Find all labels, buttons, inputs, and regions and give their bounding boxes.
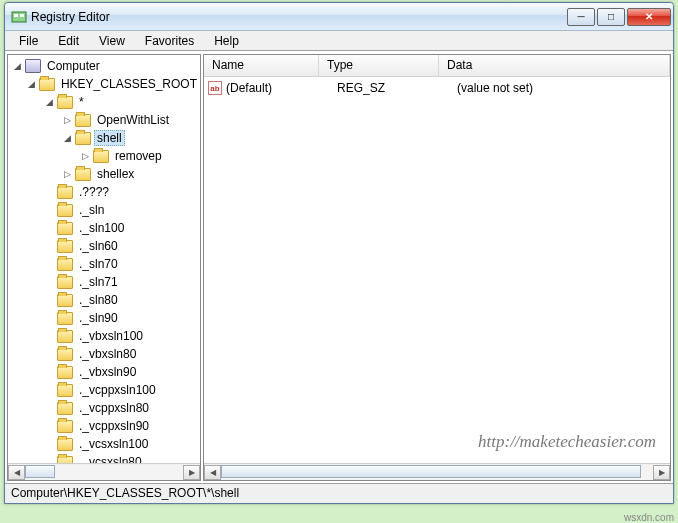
values-horizontal-scrollbar[interactable]: ◀ ▶ bbox=[204, 463, 670, 480]
scroll-right-button[interactable]: ▶ bbox=[183, 465, 200, 480]
status-bar: Computer\HKEY_CLASSES_ROOT\*\shell bbox=[5, 483, 673, 503]
scroll-thumb[interactable] bbox=[221, 465, 641, 478]
tree-node[interactable]: ▷removep bbox=[10, 147, 200, 165]
folder-icon bbox=[75, 132, 91, 145]
folder-icon bbox=[57, 420, 73, 433]
tree-node-hkey[interactable]: ◢HKEY_CLASSES_ROOT bbox=[10, 75, 200, 93]
folder-icon bbox=[93, 150, 109, 163]
value-row[interactable]: ab (Default) REG_SZ (value not set) bbox=[204, 79, 670, 97]
folder-icon bbox=[57, 348, 73, 361]
values-list[interactable]: ab (Default) REG_SZ (value not set) bbox=[204, 77, 670, 463]
scroll-track[interactable] bbox=[221, 465, 653, 480]
folder-icon bbox=[75, 168, 91, 181]
expand-icon[interactable]: ▷ bbox=[80, 151, 91, 162]
tree-node[interactable]: ▷._vcsxsln80 bbox=[10, 453, 200, 463]
tree-node[interactable]: ▷._sln71 bbox=[10, 273, 200, 291]
tree-node-computer[interactable]: ◢Computer bbox=[10, 57, 200, 75]
app-icon bbox=[11, 9, 27, 25]
tree-node[interactable]: ▷._sln90 bbox=[10, 309, 200, 327]
svg-rect-1 bbox=[14, 14, 18, 17]
tree-node[interactable]: ▷shellex bbox=[10, 165, 200, 183]
tree-node[interactable]: ▷._sln60 bbox=[10, 237, 200, 255]
tree-node[interactable]: ▷._vcppxsln100 bbox=[10, 381, 200, 399]
folder-icon bbox=[57, 438, 73, 451]
registry-tree[interactable]: ◢Computer ◢HKEY_CLASSES_ROOT ◢* ▷OpenWit… bbox=[8, 55, 200, 463]
collapse-icon[interactable]: ◢ bbox=[62, 133, 73, 144]
scroll-right-button[interactable]: ▶ bbox=[653, 465, 670, 480]
collapse-icon[interactable]: ◢ bbox=[12, 61, 23, 72]
folder-icon bbox=[57, 222, 73, 235]
folder-icon bbox=[57, 312, 73, 325]
menu-edit[interactable]: Edit bbox=[48, 32, 89, 50]
scroll-thumb[interactable] bbox=[25, 465, 55, 478]
column-headers: Name Type Data bbox=[204, 55, 670, 77]
window-title: Registry Editor bbox=[31, 10, 567, 24]
tree-node[interactable]: ▷._vbxsln100 bbox=[10, 327, 200, 345]
registry-editor-window: Registry Editor ─ □ ✕ File Edit View Fav… bbox=[4, 2, 674, 504]
menu-favorites[interactable]: Favorites bbox=[135, 32, 204, 50]
tree-pane: ◢Computer ◢HKEY_CLASSES_ROOT ◢* ▷OpenWit… bbox=[7, 54, 201, 481]
folder-icon bbox=[57, 276, 73, 289]
minimize-button[interactable]: ─ bbox=[567, 8, 595, 26]
tree-node[interactable]: ▷._vbxsln90 bbox=[10, 363, 200, 381]
tree-node-shell[interactable]: ◢shell bbox=[10, 129, 200, 147]
folder-icon bbox=[57, 258, 73, 271]
menu-file[interactable]: File bbox=[9, 32, 48, 50]
folder-icon bbox=[57, 96, 73, 109]
scroll-left-button[interactable]: ◀ bbox=[8, 465, 25, 480]
scroll-left-button[interactable]: ◀ bbox=[204, 465, 221, 480]
tree-node[interactable]: ▷._vbxsln80 bbox=[10, 345, 200, 363]
folder-icon bbox=[39, 78, 55, 91]
folder-icon bbox=[57, 240, 73, 253]
expand-icon[interactable]: ▷ bbox=[62, 115, 73, 126]
tree-node[interactable]: ▷._vcppxsln90 bbox=[10, 417, 200, 435]
tree-node[interactable]: ▷._sln80 bbox=[10, 291, 200, 309]
folder-icon bbox=[75, 114, 91, 127]
tree-horizontal-scrollbar[interactable]: ◀ ▶ bbox=[8, 463, 200, 480]
computer-icon bbox=[25, 59, 41, 73]
menubar: File Edit View Favorites Help bbox=[5, 31, 673, 51]
tree-node[interactable]: ▷OpenWithList bbox=[10, 111, 200, 129]
folder-icon bbox=[57, 330, 73, 343]
maximize-button[interactable]: □ bbox=[597, 8, 625, 26]
string-value-icon: ab bbox=[208, 81, 222, 95]
folder-icon bbox=[57, 186, 73, 199]
tree-node[interactable]: ▷._sln70 bbox=[10, 255, 200, 273]
folder-icon bbox=[57, 366, 73, 379]
credit-text: wsxdn.com bbox=[624, 512, 674, 523]
folder-icon bbox=[57, 456, 73, 464]
collapse-icon[interactable]: ◢ bbox=[26, 79, 37, 90]
folder-icon bbox=[57, 294, 73, 307]
close-button[interactable]: ✕ bbox=[627, 8, 671, 26]
watermark-text: http://maketecheasier.com bbox=[478, 432, 656, 452]
column-header-data[interactable]: Data bbox=[439, 55, 670, 76]
folder-icon bbox=[57, 384, 73, 397]
column-header-name[interactable]: Name bbox=[204, 55, 319, 76]
tree-node-star[interactable]: ◢* bbox=[10, 93, 200, 111]
folder-icon bbox=[57, 402, 73, 415]
expand-icon[interactable]: ▷ bbox=[62, 169, 73, 180]
tree-node[interactable]: ▷._sln100 bbox=[10, 219, 200, 237]
tree-node[interactable]: ▷.???? bbox=[10, 183, 200, 201]
tree-node[interactable]: ▷._vcppxsln80 bbox=[10, 399, 200, 417]
values-pane: Name Type Data ab (Default) REG_SZ (valu… bbox=[203, 54, 671, 481]
menu-view[interactable]: View bbox=[89, 32, 135, 50]
scroll-track[interactable] bbox=[25, 465, 183, 480]
tree-node[interactable]: ▷._vcsxsln100 bbox=[10, 435, 200, 453]
menu-help[interactable]: Help bbox=[204, 32, 249, 50]
svg-rect-2 bbox=[20, 14, 24, 17]
column-header-type[interactable]: Type bbox=[319, 55, 439, 76]
folder-icon bbox=[57, 204, 73, 217]
tree-node[interactable]: ▷._sln bbox=[10, 201, 200, 219]
titlebar[interactable]: Registry Editor ─ □ ✕ bbox=[5, 3, 673, 31]
collapse-icon[interactable]: ◢ bbox=[44, 97, 55, 108]
